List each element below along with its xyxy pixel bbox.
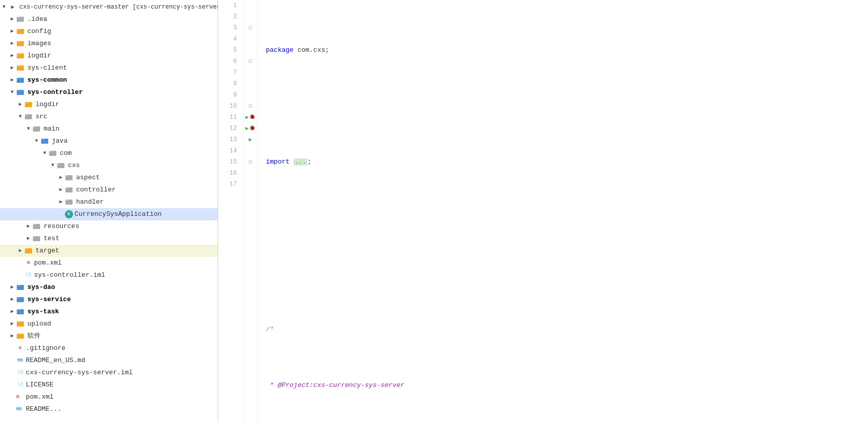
images-label: images [27,39,51,49]
tree-item-license[interactable]: 📄 LICENSE [0,379,218,391]
svg-rect-37 [25,248,28,250]
tree-item-gitignore[interactable]: ⚙ .gitignore [0,342,218,354]
tree-item-software[interactable]: 软件 [0,330,218,342]
svg-rect-45 [17,321,20,323]
tree-item-idea[interactable]: .idea [0,13,218,25]
tree-item-sys-client[interactable]: sys-client [0,62,218,74]
code-line-6: /* [266,324,868,335]
tree-item-test[interactable]: test [0,233,218,245]
tree-item-aspect[interactable]: aspect [0,172,218,184]
tree-item-controller-pkg[interactable]: controller [0,184,218,196]
arrow-upload [8,319,16,329]
controller-pkg-label: controller [76,185,116,195]
tree-item-main[interactable]: main [0,123,218,135]
run-icon-13[interactable]: ▶ [249,134,252,145]
aspect-label: aspect [76,173,100,183]
svg-rect-13 [17,90,20,91]
tree-item-upload[interactable]: upload [0,318,218,330]
tree-item-handler[interactable]: handler [0,196,218,208]
module-sys-task-icon [16,308,25,316]
java-label: java [52,136,67,146]
tree-item-logdir[interactable]: logdir [0,50,218,62]
debug-icon-12[interactable]: 🐞 [249,123,255,134]
tree-item-readme[interactable]: MD README_en_US.md [0,354,218,367]
target-label: target [36,246,59,256]
arrow-images [8,39,16,49]
tree-item-pom-root[interactable]: m pom.xml [0,391,218,403]
tree-item-logdir2[interactable]: logdir [0,99,218,111]
gutter-11: ▶ 🐞 [244,112,258,123]
gutter-8 [244,78,258,89]
folder-cxs-icon [57,161,66,170]
tree-item-com[interactable]: com [0,147,218,159]
file-tree[interactable]: ▶ cxs-currency-sys-server-master [cxs-cu… [0,0,218,422]
svg-rect-41 [17,297,20,299]
gutter-5 [244,45,258,56]
module-sys-controller-icon [16,88,25,96]
folder-target-icon [24,247,33,255]
tree-item-pom-ctrl[interactable]: m pom.xml [0,257,218,269]
folder-software-icon [16,332,25,340]
folder-controller-icon [65,186,74,194]
svg-rect-3 [17,29,20,30]
sys-common-label: sys-common [27,75,67,85]
tree-item-sys-controller[interactable]: sys-controller [0,86,218,99]
folder-main-icon [32,125,42,133]
tree-item-java[interactable]: java [0,135,218,147]
root-label: cxs-currency-sys-server-master [cxs-curr… [19,2,218,12]
code-line-5 [266,268,868,279]
tree-item-target[interactable]: target [0,245,218,257]
fold-icon-6[interactable]: ▢ [249,56,252,67]
fold-icon-15[interactable]: ▢ [249,156,252,168]
arrow-resources [24,221,32,232]
tree-item-sys-dao[interactable]: sys-dao [0,281,218,294]
sys-dao-label: sys-dao [27,282,55,293]
tree-item-iml-ctrl[interactable]: 📄 sys-controller.iml [0,269,218,281]
tree-item-iml-root[interactable]: 📄 cxs-currency-sys-server.iml [0,367,218,379]
software-label: 软件 [27,331,41,341]
gutter-4 [244,34,258,45]
config-label: config [27,26,51,37]
svg-rect-5 [17,41,20,43]
tree-item-config[interactable]: config [0,25,218,38]
cxs-label: cxs [68,160,80,171]
gutter-6: ▢ [244,56,258,67]
svg-rect-27 [65,175,68,177]
md-icon: MD [16,357,24,364]
arrow-cxs [49,160,57,171]
tree-item-sys-common[interactable]: sys-common [0,74,218,86]
tree-item-currency-app[interactable]: C CurrencySysApplication [0,208,218,220]
arrow-config [8,26,16,37]
folder-upload-icon [16,320,25,328]
tree-item-resources[interactable]: resources [0,220,218,233]
arrow-sys-dao [8,282,16,293]
tree-item-sys-task[interactable]: sys-task [0,306,218,318]
code-editor[interactable]: 1 2 3 4 5 6 7 8 9 10 11 12 13 14 15 16 1… [218,0,868,422]
code-area: 1 2 3 4 5 6 7 8 9 10 11 12 13 14 15 16 1… [218,0,868,422]
tree-item-images[interactable]: images [0,38,218,50]
arrow-handler [57,197,65,207]
tree-item-root[interactable]: ▶ cxs-currency-sys-server-master [cxs-cu… [0,1,218,13]
iml-root-label: cxs-currency-sys-server.iml [26,368,133,378]
svg-rect-17 [25,114,28,116]
com-label: com [60,148,72,158]
tree-item-sys-service[interactable]: sys-service [0,294,218,306]
arrow-target [16,246,24,256]
run-icon-12[interactable]: ▶ [246,123,249,134]
tree-item-src[interactable]: src [0,111,218,123]
svg-rect-21 [41,139,44,140]
tree-item-cxs[interactable]: cxs [0,159,218,172]
debug-icon-11[interactable]: 🐞 [249,112,255,123]
fold-icon-10[interactable]: ▢ [249,101,252,112]
fold-icon-3[interactable]: ▢ [249,22,252,34]
gutter-7 [244,67,258,78]
code-content[interactable]: package com.cxs; import ...; /* * @Proje… [258,0,868,422]
arrow-logdir [8,51,16,61]
run-icon-11[interactable]: ▶ [246,112,249,123]
license-label: LICENSE [26,380,54,390]
tree-item-readme2[interactable]: MD README... [0,403,218,415]
sys-task-label: sys-task [27,307,59,317]
svg-rect-43 [17,309,20,311]
logdir-label: logdir [27,51,51,61]
arrow-aspect [57,173,65,183]
